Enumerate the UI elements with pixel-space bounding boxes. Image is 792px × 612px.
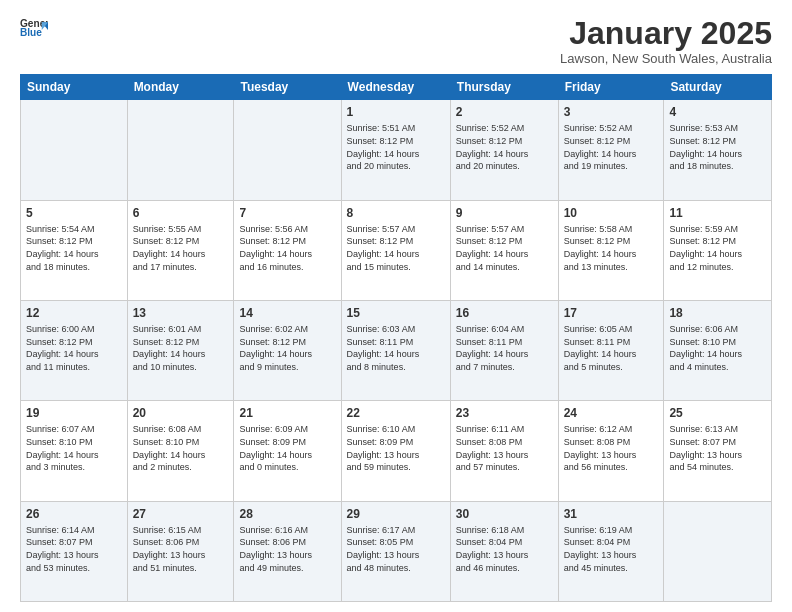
day-number: 2 <box>456 104 553 120</box>
table-row: 16Sunrise: 6:04 AM Sunset: 8:11 PM Dayli… <box>450 300 558 400</box>
table-row <box>234 100 341 200</box>
calendar-body: 1Sunrise: 5:51 AM Sunset: 8:12 PM Daylig… <box>21 100 772 602</box>
logo-icon: General Blue <box>20 16 48 44</box>
day-info: Sunrise: 6:00 AM Sunset: 8:12 PM Dayligh… <box>26 323 122 373</box>
day-number: 9 <box>456 205 553 221</box>
day-number: 16 <box>456 305 553 321</box>
table-row: 11Sunrise: 5:59 AM Sunset: 8:12 PM Dayli… <box>664 200 772 300</box>
day-number: 26 <box>26 506 122 522</box>
header-monday: Monday <box>127 75 234 100</box>
day-number: 8 <box>347 205 445 221</box>
day-info: Sunrise: 6:02 AM Sunset: 8:12 PM Dayligh… <box>239 323 335 373</box>
table-row: 27Sunrise: 6:15 AM Sunset: 8:06 PM Dayli… <box>127 501 234 601</box>
table-row <box>127 100 234 200</box>
day-number: 30 <box>456 506 553 522</box>
header-saturday: Saturday <box>664 75 772 100</box>
day-number: 20 <box>133 405 229 421</box>
table-row: 15Sunrise: 6:03 AM Sunset: 8:11 PM Dayli… <box>341 300 450 400</box>
table-row: 6Sunrise: 5:55 AM Sunset: 8:12 PM Daylig… <box>127 200 234 300</box>
header: General Blue January 2025 Lawson, New So… <box>20 16 772 66</box>
day-info: Sunrise: 6:11 AM Sunset: 8:08 PM Dayligh… <box>456 423 553 473</box>
day-info: Sunrise: 6:15 AM Sunset: 8:06 PM Dayligh… <box>133 524 229 574</box>
table-row: 5Sunrise: 5:54 AM Sunset: 8:12 PM Daylig… <box>21 200 128 300</box>
table-row <box>21 100 128 200</box>
day-number: 11 <box>669 205 766 221</box>
day-number: 23 <box>456 405 553 421</box>
day-info: Sunrise: 5:55 AM Sunset: 8:12 PM Dayligh… <box>133 223 229 273</box>
table-row: 12Sunrise: 6:00 AM Sunset: 8:12 PM Dayli… <box>21 300 128 400</box>
table-row: 20Sunrise: 6:08 AM Sunset: 8:10 PM Dayli… <box>127 401 234 501</box>
day-number: 17 <box>564 305 659 321</box>
table-row: 9Sunrise: 5:57 AM Sunset: 8:12 PM Daylig… <box>450 200 558 300</box>
table-row: 25Sunrise: 6:13 AM Sunset: 8:07 PM Dayli… <box>664 401 772 501</box>
day-info: Sunrise: 6:19 AM Sunset: 8:04 PM Dayligh… <box>564 524 659 574</box>
logo: General Blue <box>20 16 48 44</box>
day-info: Sunrise: 5:51 AM Sunset: 8:12 PM Dayligh… <box>347 122 445 172</box>
day-info: Sunrise: 6:12 AM Sunset: 8:08 PM Dayligh… <box>564 423 659 473</box>
day-info: Sunrise: 6:09 AM Sunset: 8:09 PM Dayligh… <box>239 423 335 473</box>
day-info: Sunrise: 6:04 AM Sunset: 8:11 PM Dayligh… <box>456 323 553 373</box>
day-info: Sunrise: 6:18 AM Sunset: 8:04 PM Dayligh… <box>456 524 553 574</box>
day-info: Sunrise: 6:01 AM Sunset: 8:12 PM Dayligh… <box>133 323 229 373</box>
day-number: 7 <box>239 205 335 221</box>
day-info: Sunrise: 6:07 AM Sunset: 8:10 PM Dayligh… <box>26 423 122 473</box>
day-info: Sunrise: 5:59 AM Sunset: 8:12 PM Dayligh… <box>669 223 766 273</box>
table-row: 30Sunrise: 6:18 AM Sunset: 8:04 PM Dayli… <box>450 501 558 601</box>
table-row: 10Sunrise: 5:58 AM Sunset: 8:12 PM Dayli… <box>558 200 664 300</box>
table-row: 7Sunrise: 5:56 AM Sunset: 8:12 PM Daylig… <box>234 200 341 300</box>
day-info: Sunrise: 5:53 AM Sunset: 8:12 PM Dayligh… <box>669 122 766 172</box>
day-number: 25 <box>669 405 766 421</box>
page: General Blue January 2025 Lawson, New So… <box>0 0 792 612</box>
day-number: 29 <box>347 506 445 522</box>
day-info: Sunrise: 5:56 AM Sunset: 8:12 PM Dayligh… <box>239 223 335 273</box>
table-row: 2Sunrise: 5:52 AM Sunset: 8:12 PM Daylig… <box>450 100 558 200</box>
day-number: 31 <box>564 506 659 522</box>
day-info: Sunrise: 6:08 AM Sunset: 8:10 PM Dayligh… <box>133 423 229 473</box>
day-info: Sunrise: 6:16 AM Sunset: 8:06 PM Dayligh… <box>239 524 335 574</box>
day-number: 18 <box>669 305 766 321</box>
calendar-week-row: 1Sunrise: 5:51 AM Sunset: 8:12 PM Daylig… <box>21 100 772 200</box>
day-number: 15 <box>347 305 445 321</box>
day-number: 5 <box>26 205 122 221</box>
day-info: Sunrise: 5:57 AM Sunset: 8:12 PM Dayligh… <box>456 223 553 273</box>
day-info: Sunrise: 5:52 AM Sunset: 8:12 PM Dayligh… <box>456 122 553 172</box>
day-number: 22 <box>347 405 445 421</box>
calendar-week-row: 12Sunrise: 6:00 AM Sunset: 8:12 PM Dayli… <box>21 300 772 400</box>
day-number: 13 <box>133 305 229 321</box>
svg-text:Blue: Blue <box>20 27 42 38</box>
table-row: 23Sunrise: 6:11 AM Sunset: 8:08 PM Dayli… <box>450 401 558 501</box>
table-row: 3Sunrise: 5:52 AM Sunset: 8:12 PM Daylig… <box>558 100 664 200</box>
day-info: Sunrise: 5:57 AM Sunset: 8:12 PM Dayligh… <box>347 223 445 273</box>
table-row: 31Sunrise: 6:19 AM Sunset: 8:04 PM Dayli… <box>558 501 664 601</box>
header-friday: Friday <box>558 75 664 100</box>
day-number: 21 <box>239 405 335 421</box>
table-row: 17Sunrise: 6:05 AM Sunset: 8:11 PM Dayli… <box>558 300 664 400</box>
table-row: 26Sunrise: 6:14 AM Sunset: 8:07 PM Dayli… <box>21 501 128 601</box>
day-info: Sunrise: 6:05 AM Sunset: 8:11 PM Dayligh… <box>564 323 659 373</box>
table-row: 29Sunrise: 6:17 AM Sunset: 8:05 PM Dayli… <box>341 501 450 601</box>
title-block: January 2025 Lawson, New South Wales, Au… <box>560 16 772 66</box>
day-info: Sunrise: 6:14 AM Sunset: 8:07 PM Dayligh… <box>26 524 122 574</box>
table-row: 24Sunrise: 6:12 AM Sunset: 8:08 PM Dayli… <box>558 401 664 501</box>
day-number: 28 <box>239 506 335 522</box>
day-info: Sunrise: 5:52 AM Sunset: 8:12 PM Dayligh… <box>564 122 659 172</box>
table-row: 8Sunrise: 5:57 AM Sunset: 8:12 PM Daylig… <box>341 200 450 300</box>
calendar-week-row: 26Sunrise: 6:14 AM Sunset: 8:07 PM Dayli… <box>21 501 772 601</box>
table-row: 22Sunrise: 6:10 AM Sunset: 8:09 PM Dayli… <box>341 401 450 501</box>
day-number: 4 <box>669 104 766 120</box>
day-number: 10 <box>564 205 659 221</box>
day-number: 27 <box>133 506 229 522</box>
calendar-week-row: 19Sunrise: 6:07 AM Sunset: 8:10 PM Dayli… <box>21 401 772 501</box>
day-number: 12 <box>26 305 122 321</box>
location: Lawson, New South Wales, Australia <box>560 51 772 66</box>
table-row: 21Sunrise: 6:09 AM Sunset: 8:09 PM Dayli… <box>234 401 341 501</box>
day-info: Sunrise: 6:10 AM Sunset: 8:09 PM Dayligh… <box>347 423 445 473</box>
table-row: 14Sunrise: 6:02 AM Sunset: 8:12 PM Dayli… <box>234 300 341 400</box>
calendar-header: Sunday Monday Tuesday Wednesday Thursday… <box>21 75 772 100</box>
table-row: 13Sunrise: 6:01 AM Sunset: 8:12 PM Dayli… <box>127 300 234 400</box>
day-info: Sunrise: 5:54 AM Sunset: 8:12 PM Dayligh… <box>26 223 122 273</box>
table-row: 4Sunrise: 5:53 AM Sunset: 8:12 PM Daylig… <box>664 100 772 200</box>
table-row: 18Sunrise: 6:06 AM Sunset: 8:10 PM Dayli… <box>664 300 772 400</box>
month-title: January 2025 <box>560 16 772 51</box>
table-row: 28Sunrise: 6:16 AM Sunset: 8:06 PM Dayli… <box>234 501 341 601</box>
